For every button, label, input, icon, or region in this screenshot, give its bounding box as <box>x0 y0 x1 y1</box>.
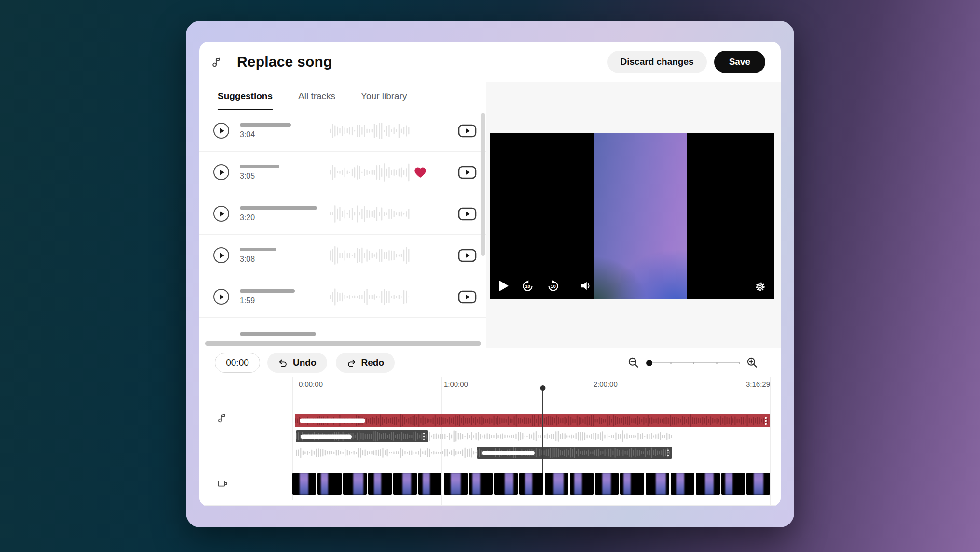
youtube-watch-button[interactable] <box>458 290 477 304</box>
video-player[interactable]: 10 10 <box>490 133 774 299</box>
music-note-icon <box>211 56 223 68</box>
video-thumbnail <box>368 473 392 495</box>
svg-text:10: 10 <box>525 283 530 289</box>
gear-icon[interactable] <box>754 281 766 293</box>
clip-title-placeholder <box>300 419 365 423</box>
video-thumbnail <box>646 473 669 495</box>
timeline-canvas: 0:00:001:00:002:00:003:16:29 <box>292 377 770 506</box>
list-item[interactable]: 3:05 <box>199 152 486 193</box>
upper-section: SuggestionsAll tracksYour library 3:04 3… <box>199 82 781 348</box>
waveform-preview <box>330 121 412 141</box>
song-title-placeholder <box>240 289 295 293</box>
forward-10-icon[interactable]: 10 <box>547 280 560 293</box>
play-button[interactable] <box>213 206 229 222</box>
undo-label: Undo <box>293 357 317 368</box>
playhead-handle[interactable] <box>540 385 545 391</box>
play-icon[interactable] <box>499 281 509 291</box>
song-title-placeholder <box>240 165 279 168</box>
play-button[interactable] <box>213 164 229 180</box>
timecode-input[interactable]: 00:00 <box>215 353 260 373</box>
ruler-label: 3:16:29 <box>746 380 770 388</box>
song-duration: 3:05 <box>240 172 330 180</box>
zoom-controls <box>627 353 759 373</box>
clip-menu-icon[interactable] <box>423 433 425 440</box>
song-duration: 1:59 <box>240 297 330 305</box>
video-thumbnail <box>696 473 719 495</box>
song-duration: 3:20 <box>240 214 330 222</box>
video-thumbnail <box>469 473 493 495</box>
song-browser: SuggestionsAll tracksYour library 3:04 3… <box>199 82 486 348</box>
youtube-watch-button[interactable] <box>458 166 477 179</box>
ruler-gridline <box>770 377 771 505</box>
heart-icon[interactable] <box>414 166 427 179</box>
redo-button[interactable]: Redo <box>336 353 395 373</box>
save-button[interactable]: Save <box>714 51 765 73</box>
redo-icon <box>346 358 357 368</box>
timeline-toolbar: 00:00 Undo <box>199 348 781 377</box>
song-duration: 3:08 <box>240 255 330 263</box>
video-track[interactable] <box>292 473 770 495</box>
zoom-slider-handle[interactable] <box>646 360 652 366</box>
tab-suggestions[interactable]: Suggestions <box>218 82 273 110</box>
youtube-watch-button[interactable] <box>458 207 477 221</box>
audio-clip[interactable] <box>477 447 672 459</box>
video-thumbnail <box>620 473 644 495</box>
zoom-slider[interactable] <box>647 362 739 363</box>
list-item[interactable]: 3:08 <box>199 235 486 276</box>
replay-10-icon[interactable]: 10 <box>521 280 534 293</box>
zoom-in-icon[interactable] <box>746 356 759 369</box>
youtube-watch-button[interactable] <box>458 249 477 262</box>
waveform-preview <box>330 245 412 266</box>
clip-menu-icon[interactable] <box>667 449 669 457</box>
tab-all-tracks[interactable]: All tracks <box>298 82 335 110</box>
preview-panel: 10 10 <box>486 82 781 348</box>
zoom-out-icon[interactable] <box>627 356 640 369</box>
video-thumbnail <box>721 473 745 495</box>
audio-waveform <box>296 447 479 459</box>
ruler-label: 2:00:00 <box>594 380 618 388</box>
waveform-preview <box>330 287 412 307</box>
undo-icon <box>278 358 288 368</box>
list-item[interactable]: 1:59 <box>199 276 486 318</box>
clip-title-placeholder <box>301 434 352 439</box>
list-vertical-scrollbar[interactable] <box>481 113 485 256</box>
svg-text:10: 10 <box>551 283 556 289</box>
song-title-placeholder <box>240 123 291 127</box>
video-thumbnail <box>519 473 543 495</box>
audio-clip[interactable] <box>296 430 428 442</box>
audio-clip-selected[interactable] <box>295 414 770 427</box>
song-duration: 3:04 <box>240 131 330 139</box>
song-title-placeholder <box>240 248 276 251</box>
redo-label: Redo <box>361 357 385 368</box>
play-button[interactable] <box>213 123 229 139</box>
page-title: Replace song <box>237 54 332 70</box>
player-controls: 10 10 <box>499 279 593 293</box>
list-horizontal-scrollbar[interactable] <box>205 341 481 346</box>
play-button[interactable] <box>213 289 229 305</box>
volume-icon[interactable] <box>579 279 593 293</box>
dialog-header: Replace song Discard changes Save <box>199 42 781 82</box>
video-thumbnail <box>317 473 341 495</box>
undo-button[interactable]: Undo <box>267 353 327 373</box>
suggestions-list: 3:04 3:05 3:20 <box>199 110 486 348</box>
replace-song-dialog: Replace song Discard changes Save Sugges… <box>199 42 781 506</box>
video-thumbnail <box>444 473 468 495</box>
clip-menu-icon[interactable] <box>765 417 767 425</box>
play-button[interactable] <box>213 247 229 263</box>
video-thumbnail <box>418 473 442 495</box>
audio-track-icon <box>217 412 228 424</box>
video-thumbnail <box>343 473 367 495</box>
video-thumbnail <box>494 473 518 495</box>
youtube-watch-button[interactable] <box>458 124 477 138</box>
discard-changes-button[interactable]: Discard changes <box>607 51 707 73</box>
tab-your-library[interactable]: Your library <box>361 82 407 110</box>
playhead[interactable] <box>542 388 543 473</box>
waveform-preview <box>330 162 412 183</box>
list-item[interactable]: 3:20 <box>199 193 486 235</box>
song-title-placeholder <box>240 206 317 210</box>
modal-frame: Replace song Discard changes Save Sugges… <box>186 21 794 527</box>
clip-title-placeholder <box>482 451 535 455</box>
video-thumbnail <box>746 473 770 495</box>
video-content <box>594 133 687 299</box>
list-item[interactable]: 3:04 <box>199 110 486 152</box>
